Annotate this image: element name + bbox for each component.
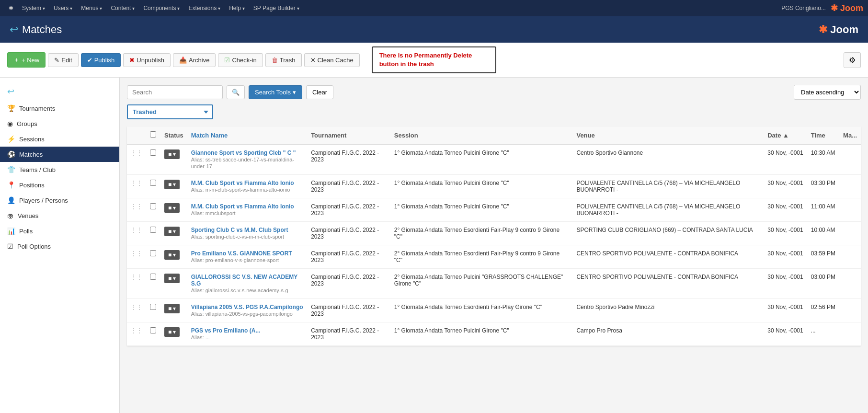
row-select-checkbox[interactable]: [150, 149, 156, 156]
match-name-link[interactable]: Pro Emiliano V.S. GIANNONE SPORT: [191, 250, 292, 257]
edit-button[interactable]: ✎ Edit: [48, 53, 78, 67]
th-venue[interactable]: Venue: [572, 126, 764, 144]
status-button[interactable]: ■ ▾: [164, 304, 180, 313]
nav-system[interactable]: System ▾: [18, 0, 49, 16]
nav-sp-page-builder[interactable]: SP Page Builder ▾: [250, 0, 303, 16]
publish-button[interactable]: ✔ Publish: [81, 53, 121, 67]
sidebar-item-groups[interactable]: ◉ Groups: [0, 116, 119, 131]
match-name-link[interactable]: Villapiana 2005 V.S. PGS P.A.Campilongo: [191, 304, 303, 310]
row-select-checkbox[interactable]: [150, 203, 156, 209]
row-drag-handle[interactable]: ⋮⋮: [127, 198, 146, 222]
sidebar-item-positions[interactable]: 📍 Positions: [0, 177, 119, 193]
match-name-sort-link[interactable]: Match Name: [191, 132, 228, 139]
clean-cache-button[interactable]: ✕ Clean Cache: [304, 53, 360, 67]
chevron-down-icon[interactable]: ▾: [173, 181, 176, 188]
match-name-link[interactable]: GIALLOROSSI SC V.S. NEW ACADEMY S.G: [191, 274, 297, 287]
sidebar-toggle[interactable]: ↩: [0, 82, 119, 101]
sidebar-item-matches[interactable]: ⚽ Matches: [0, 147, 119, 162]
status-button[interactable]: ■ ▾: [164, 227, 180, 236]
chevron-down-icon[interactable]: ▾: [173, 329, 176, 335]
clear-button[interactable]: Clear: [306, 85, 333, 99]
row-select-checkbox[interactable]: [150, 227, 156, 233]
row-status[interactable]: ■ ▾: [160, 245, 187, 269]
row-drag-handle[interactable]: ⋮⋮: [127, 322, 146, 346]
row-drag-handle[interactable]: ⋮⋮: [127, 245, 146, 269]
nav-content[interactable]: Content ▾: [107, 0, 138, 16]
row-checkbox-cell[interactable]: [146, 175, 160, 198]
sidebar-item-poll-options[interactable]: ☑ Poll Options: [0, 239, 119, 254]
chevron-down-icon[interactable]: ▾: [173, 305, 176, 312]
archive-button[interactable]: 📥 Archive: [173, 53, 216, 67]
trash-button[interactable]: 🗑 Trash: [265, 53, 302, 67]
nav-extensions[interactable]: Extensions ▾: [184, 0, 224, 16]
row-status[interactable]: ■ ▾: [160, 222, 187, 245]
nav-users[interactable]: Users ▾: [50, 0, 76, 16]
row-status[interactable]: ■ ▾: [160, 144, 187, 175]
search-input[interactable]: [127, 85, 223, 99]
status-button[interactable]: ■ ▾: [164, 250, 180, 260]
status-button[interactable]: ■ ▾: [164, 274, 180, 283]
new-button[interactable]: ＋ + New: [7, 52, 46, 68]
sidebar-item-venues[interactable]: 🏟 Venues: [0, 208, 119, 223]
row-status[interactable]: ■ ▾: [160, 322, 187, 346]
nav-components[interactable]: Components ▾: [139, 0, 183, 16]
row-select-checkbox[interactable]: [150, 250, 156, 256]
row-select-checkbox[interactable]: [150, 327, 156, 333]
row-checkbox-cell[interactable]: [146, 245, 160, 269]
sidebar-item-teams[interactable]: 👕 Teams / Club: [0, 162, 119, 177]
checkin-button[interactable]: ☑ Check-in: [218, 53, 263, 67]
row-drag-handle[interactable]: ⋮⋮: [127, 299, 146, 322]
status-button[interactable]: ■ ▾: [164, 180, 180, 189]
match-name-link[interactable]: PGS vs Pro Emiliano (A...: [191, 327, 261, 334]
chevron-down-icon[interactable]: ▾: [173, 205, 176, 211]
row-drag-handle[interactable]: ⋮⋮: [127, 269, 146, 299]
th-tournament[interactable]: Tournament: [307, 126, 390, 144]
row-select-checkbox[interactable]: [150, 274, 156, 280]
match-name-link[interactable]: Giannone Sport vs Sporting Cleb " C ": [191, 149, 296, 156]
th-date[interactable]: Date ▲: [764, 126, 807, 144]
nav-help[interactable]: Help ▾: [225, 0, 249, 16]
row-select-checkbox[interactable]: [150, 304, 156, 310]
row-drag-handle[interactable]: ⋮⋮: [127, 175, 146, 198]
nav-menus[interactable]: Menus ▾: [77, 0, 106, 16]
sidebar-item-tournaments[interactable]: 🏆 Tournaments: [0, 101, 119, 116]
sort-select[interactable]: Date ascendingDate descendingMatch NameS…: [794, 85, 861, 100]
row-status[interactable]: ■ ▾: [160, 198, 187, 222]
sidebar-item-sessions[interactable]: ⚡ Sessions: [0, 131, 119, 147]
chevron-down-icon[interactable]: ▾: [173, 252, 176, 258]
row-checkbox-cell[interactable]: [146, 198, 160, 222]
sidebar-item-players[interactable]: 👤 Players / Persons: [0, 193, 119, 208]
th-match-name[interactable]: Match Name: [187, 126, 307, 144]
row-select-checkbox[interactable]: [150, 180, 156, 186]
unpublish-button[interactable]: ✖ Unpublish: [123, 53, 171, 67]
match-name-link[interactable]: M.M. Club Sport vs Fiamma Alto Ionio: [191, 180, 294, 186]
chevron-down-icon[interactable]: ▾: [173, 228, 176, 235]
row-checkbox-cell[interactable]: [146, 144, 160, 175]
row-status[interactable]: ■ ▾: [160, 269, 187, 299]
joomla-home-icon[interactable]: ✱: [5, 0, 17, 16]
chevron-down-icon[interactable]: ▾: [173, 151, 176, 158]
row-checkbox-cell[interactable]: [146, 299, 160, 322]
select-all-checkbox[interactable]: [150, 131, 156, 138]
match-name-link[interactable]: Sporting Club C vs M.M. Club Sport: [191, 227, 288, 233]
th-session[interactable]: Session: [390, 126, 573, 144]
th-time[interactable]: Time: [807, 126, 839, 144]
status-filter[interactable]: - Select Status -PublishedUnpublishedTra…: [127, 104, 213, 119]
row-checkbox-cell[interactable]: [146, 322, 160, 346]
row-checkbox-cell[interactable]: [146, 269, 160, 299]
settings-button[interactable]: ⚙: [844, 52, 861, 68]
row-checkbox-cell[interactable]: [146, 222, 160, 245]
sidebar-item-polls[interactable]: 📊 Polls: [0, 223, 119, 239]
status-button[interactable]: ■ ▾: [164, 327, 180, 337]
match-name-link[interactable]: M.M. Club Sport vs Fiamma Alto Ionio: [191, 203, 294, 210]
row-drag-handle[interactable]: ⋮⋮: [127, 144, 146, 175]
status-button[interactable]: ■ ▾: [164, 149, 180, 159]
status-button[interactable]: ■ ▾: [164, 203, 180, 213]
row-status[interactable]: ■ ▾: [160, 299, 187, 322]
chevron-down-icon[interactable]: ▾: [173, 275, 176, 282]
row-drag-handle[interactable]: ⋮⋮: [127, 222, 146, 245]
search-submit-button[interactable]: 🔍: [227, 85, 245, 99]
th-checkbox[interactable]: [146, 126, 160, 144]
row-status[interactable]: ■ ▾: [160, 175, 187, 198]
search-tools-button[interactable]: Search Tools ▾: [249, 85, 302, 99]
